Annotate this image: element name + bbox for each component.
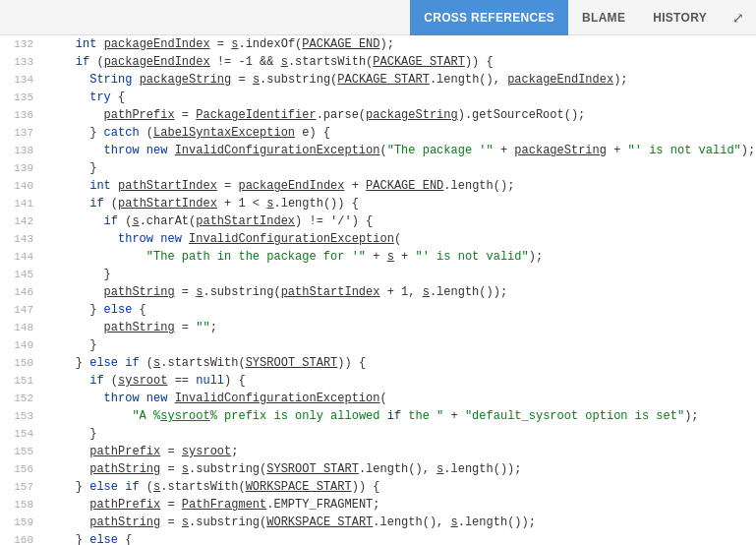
line-code: } <box>41 159 756 177</box>
line-number: 137 <box>0 124 41 142</box>
code-row: 148 pathString = ""; <box>0 319 756 336</box>
code-row: 160 } else { <box>0 531 756 545</box>
line-code: } else { <box>41 531 756 545</box>
line-number: 159 <box>0 514 41 531</box>
line-number: 157 <box>0 478 41 496</box>
code-row: 143 throw new InvalidConfigurationExcept… <box>0 230 756 248</box>
code-row: 146 pathString = s.substring(pathStartIn… <box>0 283 756 301</box>
tab-cross-references[interactable]: CROSS REFERENCES <box>410 0 568 35</box>
line-number: 134 <box>0 71 41 89</box>
line-number: 145 <box>0 266 41 283</box>
line-code: pathString = s.substring(WORKSPACE_START… <box>41 514 756 531</box>
code-row: 149 } <box>0 336 756 354</box>
code-row: 158 pathPrefix = PathFragment.EMPTY_FRAG… <box>0 496 756 514</box>
code-row: 155 pathPrefix = sysroot; <box>0 443 756 460</box>
code-row: 139 } <box>0 159 756 177</box>
code-row: 141 if (pathStartIndex + 1 < s.length())… <box>0 195 756 212</box>
code-row: 136 pathPrefix = PackageIdentifier.parse… <box>0 106 756 124</box>
line-code: pathPrefix = PackageIdentifier.parse(pac… <box>41 106 756 124</box>
line-number: 133 <box>0 53 41 71</box>
line-number: 151 <box>0 372 41 390</box>
line-number: 148 <box>0 319 41 336</box>
line-number: 156 <box>0 460 41 478</box>
line-number: 144 <box>0 248 41 266</box>
line-code: pathString = s.substring(pathStartIndex … <box>41 283 756 301</box>
line-code: } else if (s.startsWith(WORKSPACE_START)… <box>41 478 756 496</box>
code-row: 144 "The path in the package for '" + s … <box>0 248 756 266</box>
code-row: 152 throw new InvalidConfigurationExcept… <box>0 390 756 407</box>
code-row: 156 pathString = s.substring(SYSROOT_STA… <box>0 460 756 478</box>
code-row: 153 "A %sysroot% prefix is only allowed … <box>0 407 756 425</box>
line-number: 154 <box>0 425 41 443</box>
line-number: 143 <box>0 230 41 248</box>
line-code: try { <box>41 89 756 106</box>
line-code: throw new InvalidConfigurationException(… <box>41 142 756 159</box>
line-code: if (packageEndIndex != -1 && s.startsWit… <box>41 53 756 71</box>
code-row: 150 } else if (s.startsWith(SYSROOT_STAR… <box>0 354 756 372</box>
line-number: 160 <box>0 531 41 545</box>
line-number: 142 <box>0 212 41 230</box>
line-number: 136 <box>0 106 41 124</box>
code-row: 132 int packageEndIndex = s.indexOf(PACK… <box>0 35 756 53</box>
code-row: 137 } catch (LabelSyntaxException e) { <box>0 124 756 142</box>
code-row: 154 } <box>0 425 756 443</box>
line-code: throw new InvalidConfigurationException( <box>41 390 756 407</box>
line-code: } <box>41 425 756 443</box>
code-row: 138 throw new InvalidConfigurationExcept… <box>0 142 756 159</box>
line-number: 132 <box>0 35 41 53</box>
line-number: 155 <box>0 443 41 460</box>
line-code: pathPrefix = sysroot; <box>41 443 756 460</box>
line-code: pathString = s.substring(SYSROOT_START.l… <box>41 460 756 478</box>
line-code: } <box>41 336 756 354</box>
line-number: 147 <box>0 301 41 319</box>
line-number: 138 <box>0 142 41 159</box>
line-code: int pathStartIndex = packageEndIndex + P… <box>41 177 756 195</box>
line-code: pathString = ""; <box>41 319 756 336</box>
line-number: 149 <box>0 336 41 354</box>
line-code: int packageEndIndex = s.indexOf(PACKAGE_… <box>41 35 756 53</box>
line-number: 135 <box>0 89 41 106</box>
line-code: if (pathStartIndex + 1 < s.length()) { <box>41 195 756 212</box>
line-code: } else { <box>41 301 756 319</box>
line-number: 152 <box>0 390 41 407</box>
line-code: "A %sysroot% prefix is only allowed if t… <box>41 407 756 425</box>
line-number: 158 <box>0 496 41 514</box>
line-code: } <box>41 266 756 283</box>
code-row: 134 String packageString = s.substring(P… <box>0 71 756 89</box>
line-code: if (sysroot == null) { <box>41 372 756 390</box>
line-number: 141 <box>0 195 41 212</box>
expand-button[interactable]: ⤢ <box>728 8 748 28</box>
line-code: if (s.charAt(pathStartIndex) != '/') { <box>41 212 756 230</box>
tab-history[interactable]: HISTORY <box>639 0 721 35</box>
code-area: 132 int packageEndIndex = s.indexOf(PACK… <box>0 35 756 545</box>
code-row: 135 try { <box>0 89 756 106</box>
code-row: 147 } else { <box>0 301 756 319</box>
header: CROSS REFERENCES BLAME HISTORY ⤢ <box>0 0 756 35</box>
line-number: 150 <box>0 354 41 372</box>
line-number: 139 <box>0 159 41 177</box>
code-row: 159 pathString = s.substring(WORKSPACE_S… <box>0 514 756 531</box>
line-number: 140 <box>0 177 41 195</box>
line-code: throw new InvalidConfigurationException( <box>41 230 756 248</box>
line-number: 153 <box>0 407 41 425</box>
code-row: 133 if (packageEndIndex != -1 && s.start… <box>0 53 756 71</box>
code-row: 142 if (s.charAt(pathStartIndex) != '/')… <box>0 212 756 230</box>
code-row: 140 int pathStartIndex = packageEndIndex… <box>0 177 756 195</box>
line-code: String packageString = s.substring(PACKA… <box>41 71 756 89</box>
code-row: 151 if (sysroot == null) { <box>0 372 756 390</box>
line-code: "The path in the package for '" + s + "'… <box>41 248 756 266</box>
line-number: 146 <box>0 283 41 301</box>
tab-blame[interactable]: BLAME <box>568 0 639 35</box>
line-code: } catch (LabelSyntaxException e) { <box>41 124 756 142</box>
line-code: } else if (s.startsWith(SYSROOT_START)) … <box>41 354 756 372</box>
code-row: 145 } <box>0 266 756 283</box>
code-row: 157 } else if (s.startsWith(WORKSPACE_ST… <box>0 478 756 496</box>
line-code: pathPrefix = PathFragment.EMPTY_FRAGMENT… <box>41 496 756 514</box>
